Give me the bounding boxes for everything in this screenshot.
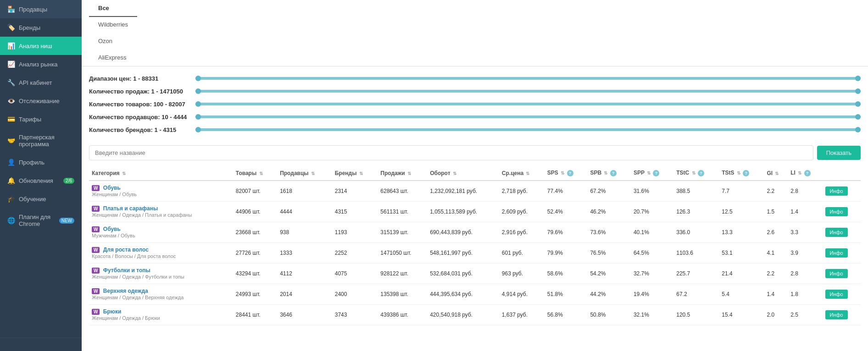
col-sps[interactable]: SPS ⇅ ? (545, 166, 588, 181)
category-link-6[interactable]: Брюки (103, 308, 122, 315)
category-path-3: Красота / Волосы / Для роста волос (92, 253, 176, 259)
sidebar-item-market-analysis[interactable]: 📈 Анализ рынка (0, 55, 82, 73)
cell-category-3: W Для роста волос Красота / Волосы / Для… (89, 243, 233, 263)
col-category[interactable]: Категория ⇅ (89, 166, 233, 181)
search-input[interactable] (89, 145, 813, 160)
col-spp[interactable]: SPP ⇅ ? (631, 166, 673, 181)
sidebar-item-partner[interactable]: 🤝 Партнерская программа (0, 128, 82, 153)
cell-action-6: Инфо (823, 305, 861, 325)
sidebar-item-profile[interactable]: 👤 Профиль (0, 153, 82, 171)
help-icon-li[interactable]: ? (804, 170, 811, 176)
help-icon-spp[interactable]: ? (653, 170, 659, 176)
category-link-0[interactable]: Обувь (103, 185, 121, 191)
col-li[interactable]: LI ⇅ ? (788, 166, 822, 181)
cell-tsts-6: 15.4 (719, 305, 764, 325)
cell-category-4: W Футболки и топы Женщинам / Одежда / Фу… (89, 263, 233, 284)
sidebar-icon-partner: 🤝 (7, 137, 15, 144)
info-button-2[interactable]: Инфо (825, 228, 848, 237)
col-gi[interactable]: GI ⇅ (764, 166, 788, 181)
tab-aliexpress[interactable]: AliExpress (89, 49, 137, 66)
cell-tstc-5: 67.2 (673, 284, 719, 305)
filter-handle-right-sellers-count[interactable] (855, 114, 861, 120)
filter-handle-right-sales-count[interactable] (855, 88, 861, 94)
category-link-2[interactable]: Обувь (103, 226, 121, 232)
help-icon-tstc[interactable]: ? (698, 170, 704, 176)
sidebar-item-sellers[interactable]: 🏪 Продавцы (0, 0, 82, 18)
help-icon-spb[interactable]: ? (610, 170, 617, 176)
filter-slider-brands-count[interactable] (195, 125, 861, 134)
filter-handle-left-products-count[interactable] (195, 101, 201, 107)
search-row: Показать (82, 142, 868, 166)
sidebar-item-updates[interactable]: 🔔 Обновления 2/6 (0, 171, 82, 190)
cell-li-6: 2.5 (788, 305, 822, 325)
info-button-4[interactable]: Инфо (825, 269, 848, 278)
show-button[interactable]: Показать (817, 146, 861, 160)
info-button-0[interactable]: Инфо (825, 186, 848, 196)
filter-label-price-range: Диапазон цен: 1 - 88331 (89, 75, 190, 82)
cell-tsts-3: 53.1 (719, 243, 764, 263)
cell-spp-5: 19.4% (631, 284, 673, 305)
info-button-6[interactable]: Инфо (825, 310, 848, 319)
sidebar-label-profile: Профиль (19, 159, 45, 166)
col-tsts[interactable]: TStS ⇅ ? (719, 166, 764, 181)
sidebar-item-api-cabinet[interactable]: 🔧 API кабинет (0, 73, 82, 92)
info-button-1[interactable]: Инфо (825, 207, 848, 216)
data-table-wrapper: Категория ⇅Товары ⇅Продавцы ⇅Бренды ⇅Про… (82, 166, 868, 325)
sidebar-label-api-cabinet: API кабинет (19, 79, 52, 86)
filter-fill-sales-count (195, 90, 861, 93)
help-icon-tsts[interactable]: ? (743, 170, 749, 176)
col-sales[interactable]: Продажи ⇅ (378, 166, 427, 181)
info-button-5[interactable]: Инфо (825, 290, 848, 299)
cell-spp-6: 32.1% (631, 305, 673, 325)
main-content: ВсеWildberriesOzonAliExpress Диапазон це… (82, 0, 868, 351)
filter-slider-price-range[interactable] (195, 74, 861, 83)
sidebar-item-brands[interactable]: 🏷️ Бренды (0, 18, 82, 37)
sidebar-footer (0, 338, 82, 351)
cell-tstc-6: 120.5 (673, 305, 719, 325)
sidebar-item-tariffs[interactable]: 💳 Тарифы (0, 110, 82, 128)
tab-ozon[interactable]: Ozon (89, 33, 137, 50)
marketplace-badge-2: W (92, 226, 100, 232)
sidebar-icon-updates: 🔔 (7, 177, 15, 184)
filter-handle-left-sellers-count[interactable] (195, 114, 201, 120)
filter-handle-right-products-count[interactable] (855, 101, 861, 107)
filter-handle-left-price-range[interactable] (195, 76, 201, 81)
filter-slider-products-count[interactable] (195, 99, 861, 109)
sidebar-item-training[interactable]: 🎓 Обучение (0, 190, 82, 208)
sidebar-item-chrome-plugin[interactable]: 🌐 Плагин для Chrome NEW (0, 208, 82, 233)
cell-sales-4: 928122 шт. (378, 263, 427, 284)
cell-tstc-2: 336.0 (673, 222, 719, 243)
filter-handle-left-brands-count[interactable] (195, 127, 201, 132)
help-icon-sps[interactable]: ? (567, 170, 573, 176)
col-sellers[interactable]: Продавцы ⇅ (277, 166, 332, 181)
tab-wildberries[interactable]: Wildberries (89, 16, 137, 33)
table-row: W Футболки и топы Женщинам / Одежда / Фу… (89, 263, 861, 284)
tab-all[interactable]: Все (89, 0, 137, 17)
col-avg_price[interactable]: Ср.цена ⇅ (499, 166, 545, 181)
filter-handle-left-sales-count[interactable] (195, 88, 201, 94)
table-row: W Платья и сарафаны Женщинам / Одежда / … (89, 202, 861, 222)
category-link-3[interactable]: Для роста волос (103, 247, 149, 253)
col-revenue[interactable]: Оборот ⇅ (427, 166, 499, 181)
filter-slider-sales-count[interactable] (195, 87, 861, 96)
sidebar-item-tracking[interactable]: 👁️ Отслеживание (0, 92, 82, 110)
col-brands[interactable]: Бренды ⇅ (332, 166, 378, 181)
sidebar-item-niche-analysis[interactable]: 📊 Анализ ниш (0, 37, 82, 55)
filter-slider-sellers-count[interactable] (195, 112, 861, 121)
sidebar-label-market-analysis: Анализ рынка (19, 61, 57, 68)
category-link-5[interactable]: Верхняя одежда (103, 288, 148, 294)
sidebar-icon-brands: 🏷️ (7, 24, 15, 31)
col-tstc[interactable]: TStC ⇅ ? (673, 166, 719, 181)
table-row: W Обувь Женщинам / Обувь 82007 шт.161823… (89, 181, 861, 202)
filter-label-sales-count: Количество продаж: 1 - 1471050 (89, 88, 190, 95)
sidebar: 🏪 Продавцы 🏷️ Бренды 📊 Анализ ниш 📈 Анал… (0, 0, 82, 351)
info-button-3[interactable]: Инфо (825, 248, 848, 258)
filter-handle-right-price-range[interactable] (855, 76, 861, 81)
cell-avg-price-2: 2,916 руб. (499, 222, 545, 243)
filter-handle-right-brands-count[interactable] (855, 127, 861, 132)
col-products[interactable]: Товары ⇅ (233, 166, 277, 181)
category-link-4[interactable]: Футболки и топы (103, 267, 150, 274)
category-link-1[interactable]: Платья и сарафаны (103, 205, 158, 212)
col-spb[interactable]: SPB ⇅ ? (587, 166, 631, 181)
sidebar-badge-updates: 2/6 (63, 178, 74, 184)
